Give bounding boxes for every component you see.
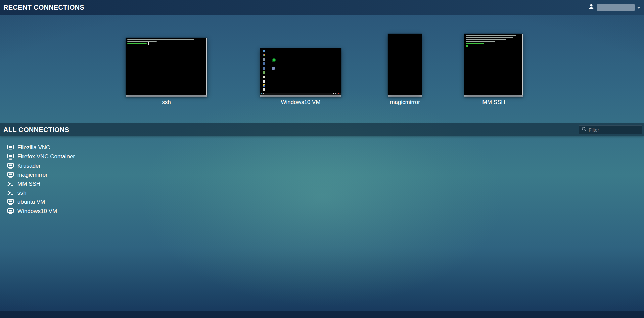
connection-label: ubuntu VM: [17, 199, 45, 206]
connection-thumbnail: [260, 48, 341, 95]
monitor-icon: [7, 199, 14, 205]
user-icon: [588, 3, 595, 11]
connection-label: MM SSH: [17, 181, 40, 187]
connection-item-ssh[interactable]: ssh: [0, 188, 34, 197]
page-title: RECENT CONNECTIONS: [3, 4, 84, 11]
connection-label: Firefox VNC Container: [17, 153, 75, 160]
thumbnail-base: [464, 95, 523, 97]
thumbnail-scrollbar: [206, 38, 207, 95]
recent-connection-magicmirror[interactable]: magicmirror: [388, 34, 422, 106]
thumbnail-base: [260, 95, 341, 97]
connection-label: Filezilla VNC: [17, 144, 50, 151]
monitor-icon: [7, 208, 14, 214]
username-redacted: [597, 4, 635, 11]
desktop-icon: [263, 62, 265, 65]
desktop-icon: [263, 67, 265, 70]
recent-connection-mm-ssh[interactable]: MM SSH: [464, 34, 523, 106]
desktop-icon: [263, 76, 265, 78]
recent-connection-label: ssh: [126, 99, 207, 106]
recent-connection-label: Windows10 VM: [260, 99, 341, 106]
topbar: RECENT CONNECTIONS: [0, 0, 644, 15]
connection-thumbnail: [126, 38, 207, 95]
connection-item-ubuntu-vm[interactable]: ubuntu VM: [0, 197, 53, 207]
desktop-icon: [272, 58, 276, 62]
guacamole-home: RECENT CONNECTIONS: [0, 0, 644, 318]
connection-label: Krusader: [17, 163, 41, 169]
connection-item-magicmirror[interactable]: magicmirror: [0, 170, 56, 179]
thumbnail-scrollbar: [522, 34, 523, 95]
section-title: ALL CONNECTIONS: [3, 126, 69, 134]
monitor-icon: [7, 163, 14, 169]
connection-label: ssh: [17, 190, 26, 196]
search-icon: [582, 127, 587, 133]
connection-thumbnail: [464, 34, 523, 95]
desktop-icon: [263, 84, 265, 87]
thumbnail-taskbar: [260, 93, 341, 95]
user-menu[interactable]: [588, 3, 641, 11]
monitor-icon: [7, 172, 14, 178]
connection-item-filezilla-vnc[interactable]: Filezilla VNC: [0, 143, 58, 152]
recent-connection-label: MM SSH: [464, 99, 523, 106]
desktop-icon: [263, 54, 265, 56]
monitor-icon: [7, 154, 14, 160]
desktop-icon: [263, 50, 265, 52]
desktop-icon: [272, 67, 275, 70]
filter-box: [579, 125, 642, 134]
connection-label: magicmirror: [17, 172, 48, 178]
monitor-icon: [7, 145, 14, 150]
thumbnail-base: [126, 95, 207, 97]
bottom-gradient-strip: [0, 311, 644, 318]
connection-thumbnail: [388, 34, 422, 95]
recent-connection-label: magicmirror: [388, 99, 422, 106]
recent-connection-ssh[interactable]: ssh: [126, 38, 207, 106]
terminal-icon: [7, 181, 14, 187]
desktop-icon: [263, 88, 265, 91]
terminal-icon: [7, 190, 14, 196]
desktop-icon: [263, 80, 265, 83]
all-connections-header: ALL CONNECTIONS: [0, 123, 644, 136]
filter-input[interactable]: [589, 127, 639, 133]
desktop-icon: [263, 71, 265, 74]
connection-item-firefox-vnc-container[interactable]: Firefox VNC Container: [0, 152, 83, 161]
connection-item-mm-ssh[interactable]: MM SSH: [0, 179, 48, 188]
recent-connection-windows10-vm[interactable]: Windows10 VM: [260, 48, 341, 106]
thumbnail-base: [388, 95, 422, 97]
chevron-down-icon: [637, 4, 641, 10]
connection-item-windows10-vm[interactable]: Windows10 VM: [0, 207, 65, 216]
connection-item-krusader[interactable]: Krusader: [0, 161, 49, 170]
connection-list: Filezilla VNC Firefox VNC Container Krus…: [0, 143, 83, 216]
desktop-icon: [263, 58, 265, 61]
connection-label: Windows10 VM: [17, 208, 57, 215]
